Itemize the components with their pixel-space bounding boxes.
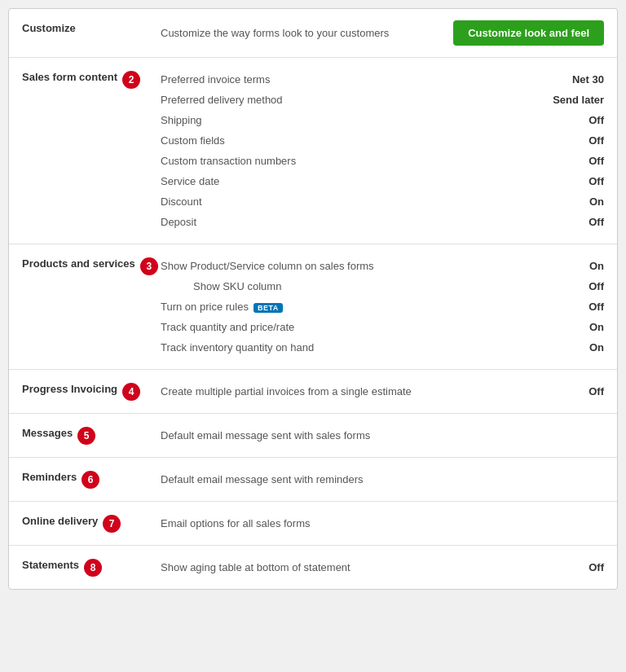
section-label-customize: Customize [22,20,161,34]
row-value-products-services-2: Off [539,301,604,313]
row-value-sales-form-content-2: Off [539,114,604,126]
section-number-badge-online-delivery: 7 [103,515,121,533]
row-label-sales-form-content-2: Shipping [161,114,539,126]
row-value-sales-form-content-6: On [539,195,604,208]
row-value-sales-form-content-4: Off [539,155,604,167]
row-label-products-services-4: Track inventory quantity on hand [161,341,539,354]
row-label-sales-form-content-4: Custom transaction numbers [161,155,539,167]
section-label-text-online-delivery: Online delivery [22,515,98,527]
section-progress-invoicing: Progress Invoicing4Create multiple parti… [9,370,617,414]
row-label-progress-invoicing-0: Create multiple partial invoices from a … [161,385,539,397]
row-value-products-services-1: Off [539,280,604,292]
row-sales-form-content-6: DiscountOn [161,191,604,212]
section-online-delivery: Online delivery7Email options for all sa… [9,502,617,546]
row-label-products-services-1: Show SKU column [177,280,539,292]
section-label-messages: Messages5 [22,425,161,445]
section-content-online-delivery: Email options for all sales forms [161,513,604,534]
section-label-products-services: Products and services3 [22,256,161,275]
section-desc-text-reminders: Default email message sent with reminder… [161,473,604,485]
section-desc-text-messages: Default email message sent with sales fo… [161,429,604,441]
section-content-sales-form-content: Preferred invoice termsNet 30Preferred d… [161,69,604,232]
section-label-text-progress-invoicing: Progress Invoicing [22,383,117,395]
section-messages: Messages5Default email message sent with… [9,414,617,458]
row-label-products-services-0: Show Product/Service column on sales for… [161,260,539,272]
section-label-text-messages: Messages [22,427,73,439]
row-value-sales-form-content-7: Off [539,216,604,228]
section-statements: Statements8Show aging table at bottom of… [9,546,617,589]
section-number-badge-progress-invoicing: 4 [122,383,140,401]
row-value-products-services-3: On [539,321,604,333]
section-number-badge-products-services: 3 [140,257,158,275]
section-number-badge-sales-form-content: 2 [122,71,140,89]
row-sales-form-content-0: Preferred invoice termsNet 30 [161,69,604,90]
row-label-sales-form-content-5: Service date [161,175,539,187]
customize-look-feel-button[interactable]: Customize look and feel [453,20,604,46]
customize-desc: Customize the way forms look to your cus… [161,25,453,41]
section-reminders: Reminders6Default email message sent wit… [9,458,617,502]
row-sales-form-content-4: Custom transaction numbersOff [161,151,604,171]
section-number-badge-statements: 8 [84,559,102,577]
section-number-badge-messages: 5 [77,427,95,445]
section-content-progress-invoicing: Create multiple partial invoices from a … [161,381,604,402]
row-label-sales-form-content-0: Preferred invoice terms [161,73,539,86]
row-value-sales-form-content-1: Send later [539,94,604,106]
section-content-customize: Customize the way forms look to your cus… [161,20,604,46]
section-label-text-reminders: Reminders [22,471,77,483]
section-number-badge-reminders: 6 [82,471,99,489]
row-products-services-1: Show SKU columnOff [161,276,604,296]
row-value-statements-0: Off [539,561,604,573]
section-label-text-sales-form-content: Sales form content [22,71,117,83]
row-label-sales-form-content-7: Deposit [161,216,539,228]
row-label-products-services-2: Turn on price rulesBETA [161,301,539,313]
row-value-progress-invoicing-0: Off [539,385,604,397]
customize-header-row: Customize the way forms look to your cus… [161,20,604,46]
section-label-text-products-services: Products and services [22,257,135,270]
row-label-statements-0: Show aging table at bottom of statement [161,561,539,573]
section-products-services: Products and services3Show Product/Servi… [9,244,617,370]
section-label-sales-form-content: Sales form content2 [22,69,161,89]
row-products-services-2: Turn on price rulesBETAOff [161,296,604,317]
section-desc-online-delivery: Email options for all sales forms [161,513,604,534]
section-label-reminders: Reminders6 [22,469,161,489]
row-sales-form-content-7: DepositOff [161,212,604,232]
row-label-sales-form-content-3: Custom fields [161,134,539,147]
row-sales-form-content-5: Service dateOff [161,171,604,191]
row-label-products-services-3: Track quantity and price/rate [161,321,539,333]
row-label-sales-form-content-1: Preferred delivery method [161,94,539,106]
row-sales-form-content-2: ShippingOff [161,110,604,130]
row-statements-0: Show aging table at bottom of statementO… [161,557,604,578]
row-value-sales-form-content-3: Off [539,134,604,147]
section-label-progress-invoicing: Progress Invoicing4 [22,381,161,401]
section-label-statements: Statements8 [22,557,161,577]
row-label-sales-form-content-6: Discount [161,195,539,208]
section-label-online-delivery: Online delivery7 [22,513,161,533]
section-customize: CustomizeCustomize the way forms look to… [9,9,617,58]
section-content-reminders: Default email message sent with reminder… [161,469,604,490]
row-value-products-services-0: On [539,260,604,272]
row-products-services-0: Show Product/Service column on sales for… [161,256,604,276]
settings-container: CustomizeCustomize the way forms look to… [8,8,618,590]
row-sales-form-content-1: Preferred delivery methodSend later [161,90,604,110]
row-value-sales-form-content-5: Off [539,175,604,187]
section-label-text-customize: Customize [22,22,76,34]
section-content-messages: Default email message sent with sales fo… [161,425,604,446]
section-desc-messages: Default email message sent with sales fo… [161,425,604,446]
section-desc-reminders: Default email message sent with reminder… [161,469,604,490]
row-products-services-3: Track quantity and price/rateOn [161,317,604,337]
section-desc-text-online-delivery: Email options for all sales forms [161,517,604,529]
section-sales-form-content: Sales form content2Preferred invoice ter… [9,58,617,244]
row-value-sales-form-content-0: Net 30 [539,73,604,86]
row-products-services-4: Track inventory quantity on handOn [161,337,604,358]
beta-badge-products-services-2: BETA [253,303,283,313]
row-sales-form-content-3: Custom fieldsOff [161,130,604,151]
section-content-products-services: Show Product/Service column on sales for… [161,256,604,358]
row-progress-invoicing-0: Create multiple partial invoices from a … [161,381,604,402]
section-label-text-statements: Statements [22,559,79,571]
section-content-statements: Show aging table at bottom of statementO… [161,557,604,578]
row-value-products-services-4: On [539,341,604,354]
